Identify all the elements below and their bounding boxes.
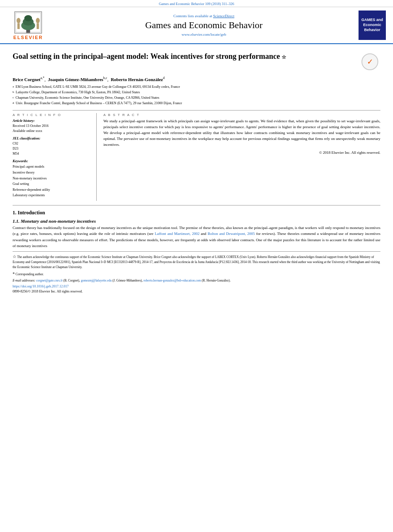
affil-b: b Lafayette College, Department of Econo… (13, 90, 380, 95)
jel-label: JEL classification: (13, 136, 91, 140)
jel-c92: C92 (13, 141, 91, 146)
article-title-section: Goal setting in the principal–agent mode… (13, 48, 380, 72)
check-for-updates-badge: ✓ (361, 53, 380, 72)
author-1-name: Brice Corgnet (13, 77, 40, 82)
intro-body-text: Contract theory has traditionally focuse… (13, 225, 380, 249)
journal-url[interactable]: www.elsevier.com/locate/geb (182, 32, 226, 37)
subsection-1-1-title: 1.1. Monetary and non-monetary incentive… (13, 219, 380, 224)
abstract-label: A B S T R A C T (103, 113, 380, 117)
article-received: Received 13 October 2016 (13, 124, 91, 129)
elsevier-logo: ELSEVIER (11, 11, 45, 40)
authors-line: Brice Corgneta,*, Joaquín Gómez-Miñambre… (13, 76, 380, 83)
keywords-list: Principal–agent models Incentive theory … (13, 164, 91, 198)
copyright-line: © 2018 Elsevier Inc. All rights reserved… (103, 150, 380, 155)
geb-logo-line1: GAMES and (361, 18, 383, 23)
article-history-label: Article history: (13, 119, 91, 123)
keyword-1: Principal–agent models (13, 164, 91, 170)
content-area: Goal setting in the principal–agent mode… (0, 44, 393, 532)
keywords-label: Keywords: (13, 159, 91, 163)
keywords-group: Keywords: Principal–agent models Incenti… (13, 159, 91, 198)
article-info-label: A R T I C L E I N F O (13, 113, 91, 117)
svg-point-8 (36, 18, 40, 23)
email-addresses[interactable]: corgnet@gate.cnrs.fr (36, 279, 63, 282)
svg-point-3 (24, 15, 32, 21)
author-3-sup: d (163, 76, 165, 80)
elsevier-logo-container: ELSEVIER (5, 11, 51, 40)
doi-line[interactable]: https://doi.org/10.1016/j.geb.2017.12.01… (13, 284, 380, 289)
jel-group: JEL classification: C92 D23 M54 (13, 136, 91, 156)
journal-top-bar: Games and Economic Behavior 109 (2018) 3… (0, 0, 393, 7)
keyword-3: Non-monetary incentives (13, 176, 91, 182)
email-2[interactable]: gomezmj@lafayette.edu (81, 279, 111, 282)
journal-title: Games and Economic Behavior (145, 20, 262, 31)
elsevier-wordmark: ELSEVIER (13, 35, 43, 40)
article-history-group: Article history: Received 13 October 201… (13, 119, 91, 134)
email-footnote: E-mail addresses: corgnet@gate.cnrs.fr (… (13, 278, 380, 283)
affil-c: c Chapman University, Economic Science I… (13, 95, 380, 101)
abstract-col: A B S T R A C T We study a principal–age… (103, 113, 380, 201)
jel-m54: M54 (13, 151, 91, 156)
header-section: ELSEVIER Contents lists available at Sci… (0, 7, 393, 44)
affiliations: a EM Lyon Business School, GATE L-SE UMR… (13, 84, 380, 106)
keyword-4: Goal setting (13, 181, 91, 187)
sciencedirect-link[interactable]: ScienceDirect (213, 14, 234, 18)
article-available: Available online xxxx (13, 129, 91, 134)
affil-a: a EM Lyon Business School, GATE L-SE UMR… (13, 84, 380, 90)
geb-logo-line3: Behavior (364, 28, 380, 33)
header-center: Contents lists available at ScienceDirec… (55, 11, 353, 40)
journal-reference: Games and Economic Behavior 109 (2018) 3… (159, 2, 234, 6)
abstract-text: We study a principal–agent framework in … (103, 119, 380, 148)
geb-logo-container: GAMES and Economic Behavior (356, 11, 388, 40)
section-1-title: 1. Introduction (13, 210, 380, 216)
email-label: E-mail addresses: (13, 279, 35, 282)
keyword-5: Reference-dependent utility (13, 187, 91, 193)
divider-1 (13, 110, 380, 111)
affil-d: d Univ. Bourgogne Franche Comté, Burgund… (13, 101, 380, 106)
article-info-col: A R T I C L E I N F O Article history: R… (13, 113, 97, 201)
two-col-section: A R T I C L E I N F O Article history: R… (13, 113, 380, 201)
footnote-section: ☆ The authors acknowledge the continuous… (13, 251, 380, 294)
keyword-2: Incentive theory (13, 170, 91, 176)
star-footnote-icon: ☆ (282, 54, 286, 60)
author-3-name: Roberto Hernán-González (111, 77, 163, 82)
article-title-text: Goal setting in the principal–agent mode… (13, 52, 357, 63)
email-3[interactable]: roberto.hernan-gonzalez@bsb-education.co… (143, 279, 201, 282)
geb-logo: GAMES and Economic Behavior (359, 11, 386, 40)
issn-line: 0899-8256/© 2018 Elsevier Inc. All right… (13, 289, 380, 294)
check-updates-icon: ✓ (361, 53, 378, 70)
page: Games and Economic Behavior 109 (2018) 3… (0, 0, 393, 532)
divider-2 (13, 205, 380, 205)
svg-rect-7 (17, 23, 20, 29)
author-2-sup: b,c (103, 76, 108, 80)
author-2-name: Joaquín Gómez-Miñambres (48, 77, 103, 82)
svg-rect-9 (37, 23, 39, 29)
geb-logo-line2: Economic (363, 23, 381, 28)
ref-laffont-2002[interactable]: Laffont and Martimort, 2002 (155, 232, 200, 236)
corresponding-footnote: * Corresponding author. (13, 271, 380, 277)
article-main-title: Goal setting in the principal–agent mode… (13, 52, 357, 61)
star-footnote: ☆ The authors acknowledge the continuous… (13, 253, 380, 269)
sciencedirect-text: Contents lists available at ScienceDirec… (174, 14, 235, 18)
jel-d23: D23 (13, 146, 91, 151)
svg-point-6 (17, 18, 21, 23)
ref-bolton-2005[interactable]: Bolton and Dewatripont, 2005 (208, 232, 255, 236)
author-1-sup: a,* (40, 76, 45, 80)
elsevier-tree-icon (11, 11, 45, 34)
keyword-6: Laboratory experiments (13, 192, 91, 198)
